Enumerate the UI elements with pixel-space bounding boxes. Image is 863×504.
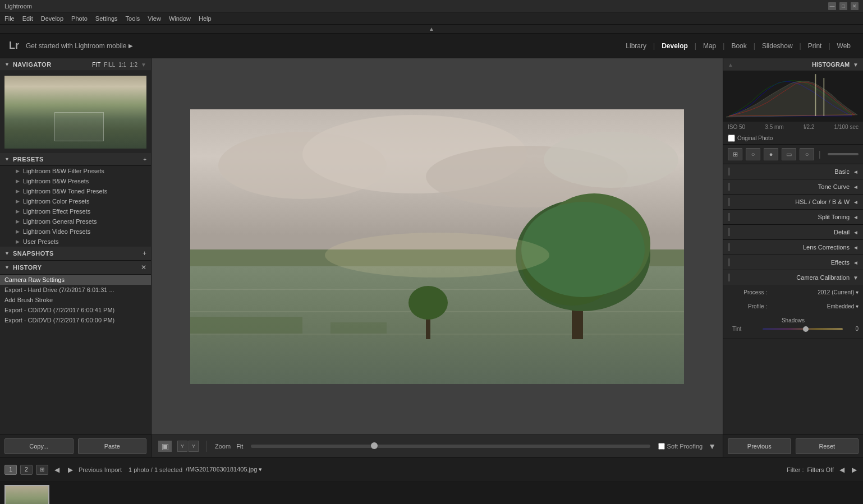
- minimize-button[interactable]: —: [828, 2, 836, 10]
- zoom-value[interactable]: Fit: [236, 443, 243, 450]
- menu-edit[interactable]: Edit: [22, 15, 33, 22]
- paste-button[interactable]: Paste: [78, 438, 147, 454]
- close-button[interactable]: ✕: [851, 2, 859, 10]
- nav-map[interactable]: Map: [700, 41, 719, 51]
- nav-print[interactable]: Print: [805, 41, 825, 51]
- history-item-camera-raw[interactable]: Camera Raw Settings: [0, 275, 151, 285]
- lens-corrections-header[interactable]: Lens Corrections ◄: [723, 240, 863, 255]
- filmstrip-page1[interactable]: 1: [4, 465, 17, 475]
- split-toning-header[interactable]: Split Toning ◄: [723, 210, 863, 224]
- nav-library[interactable]: Library: [622, 41, 650, 51]
- top-collapse-panel[interactable]: ▲: [0, 25, 863, 34]
- vm-circle2[interactable]: ○: [800, 148, 814, 160]
- filmstrip-prev-button[interactable]: ◀: [52, 465, 62, 475]
- history-item-export-hd[interactable]: Export - Hard Drive (7/2/2017 6:01:31 ..…: [0, 285, 151, 295]
- snapshots-panel-header[interactable]: ▼ Snapshots +: [0, 247, 151, 261]
- navigator-1to1[interactable]: 1:1: [118, 62, 126, 68]
- preset-general[interactable]: ▶ Lightroom General Presets: [0, 216, 151, 226]
- process-value[interactable]: 2012 (Current) ▾: [772, 289, 859, 295]
- filmstrip-thumb-1[interactable]: [4, 485, 49, 505]
- snapshots-add[interactable]: +: [143, 249, 146, 257]
- view-yy1[interactable]: Y: [177, 441, 187, 452]
- filmstrip-page2[interactable]: 2: [20, 465, 33, 475]
- previous-button[interactable]: Previous: [728, 438, 791, 454]
- original-photo-checkbox[interactable]: [728, 135, 735, 142]
- navigator-fill[interactable]: FILL: [104, 62, 115, 68]
- cal-spacer: [728, 299, 859, 303]
- vm-rect[interactable]: ▭: [782, 148, 796, 160]
- nav-web[interactable]: Web: [834, 41, 854, 51]
- navigator-fit[interactable]: FIT: [92, 62, 100, 68]
- titlebar: Lightroom — □ ✕: [0, 0, 863, 12]
- profile-dropdown[interactable]: ▾: [856, 303, 859, 309]
- filter-left-button[interactable]: ◀: [837, 465, 846, 474]
- profile-value[interactable]: Embedded ▾: [772, 303, 859, 309]
- history-item-export-cd2[interactable]: Export - CD/DVD (7/2/2017 6:00:00 PM): [0, 315, 151, 325]
- vm-grid[interactable]: ⊞: [728, 148, 742, 160]
- navigator-panel-header[interactable]: ▼ Navigator FIT FILL 1:1 1:2 ▼: [0, 58, 151, 71]
- view-yy2[interactable]: Y: [189, 441, 199, 452]
- nav-develop[interactable]: Develop: [658, 41, 691, 51]
- tint-slider-thumb[interactable]: [803, 326, 809, 332]
- maximize-button[interactable]: □: [839, 2, 847, 10]
- menu-develop[interactable]: Develop: [41, 15, 63, 22]
- preset-bw-toned[interactable]: ▶ Lightroom B&W Toned Presets: [0, 186, 151, 196]
- nav-book[interactable]: Book: [728, 41, 750, 51]
- preset-effect[interactable]: ▶ Lightroom Effect Presets: [0, 206, 151, 216]
- presets-panel-header[interactable]: ▼ Presets +: [0, 153, 151, 166]
- navigator-1to2[interactable]: 1:2: [130, 62, 137, 68]
- vm-exposure-slider[interactable]: [828, 153, 859, 155]
- preset-bw-filter[interactable]: ▶ Lightroom B&W Filter Presets: [0, 166, 151, 176]
- menu-photo[interactable]: Photo: [71, 15, 88, 22]
- nav-slideshow[interactable]: Slideshow: [759, 41, 796, 51]
- filter-right-button[interactable]: ▶: [850, 465, 859, 474]
- zoom-slider[interactable]: [251, 445, 650, 448]
- history-close[interactable]: ✕: [141, 263, 146, 271]
- filmstrip-grid-button[interactable]: ⊞: [36, 465, 48, 475]
- reset-button[interactable]: Reset: [796, 438, 859, 454]
- copy-button[interactable]: Copy...: [4, 438, 74, 454]
- histogram-chevron[interactable]: ▼: [853, 62, 859, 68]
- tint-slider[interactable]: [763, 328, 843, 330]
- menu-view[interactable]: View: [148, 15, 161, 22]
- history-panel-header[interactable]: ▼ History ✕: [0, 261, 151, 275]
- detail-header[interactable]: Detail ◄: [723, 225, 863, 239]
- filter-label: Filter :: [787, 466, 804, 473]
- filmstrip-next-button[interactable]: ▶: [65, 465, 75, 475]
- view-loupe-button[interactable]: ▣: [158, 441, 172, 452]
- filter-value[interactable]: Filters Off: [807, 466, 834, 473]
- photo-container[interactable]: [190, 109, 684, 384]
- toolbar-expand-button[interactable]: ▼: [708, 442, 716, 451]
- tint-label: Tint: [732, 326, 760, 332]
- menu-window[interactable]: Window: [169, 15, 191, 22]
- svg-point-19: [325, 233, 549, 278]
- history-item-brush[interactable]: Add Brush Stroke: [0, 295, 151, 305]
- get-started-link[interactable]: Get started with Lightroom mobile ▶: [26, 42, 133, 50]
- effects-header[interactable]: Effects ◄: [723, 255, 863, 270]
- preset-video[interactable]: ▶ Lightroom Video Presets: [0, 226, 151, 237]
- history-item-export-cd1[interactable]: Export - CD/DVD (7/2/2017 6:00:41 PM): [0, 305, 151, 315]
- soft-proofing-checkbox[interactable]: [658, 443, 665, 450]
- zoom-slider-thumb[interactable]: [371, 442, 378, 449]
- split-toning-section: Split Toning ◄: [723, 210, 863, 225]
- hsl-header[interactable]: HSL / Color / B & W ◄: [723, 195, 863, 209]
- filename-dropdown[interactable]: ▾: [259, 466, 262, 473]
- vm-circle-empty[interactable]: ○: [746, 148, 760, 160]
- vm-circle-fill[interactable]: ●: [764, 148, 778, 160]
- menu-tools[interactable]: Tools: [126, 15, 140, 22]
- basic-header[interactable]: Basic ◄: [723, 164, 863, 179]
- menu-help[interactable]: Help: [199, 15, 212, 22]
- preset-color[interactable]: ▶ Lightroom Color Presets: [0, 196, 151, 206]
- histogram-arrow-left[interactable]: ▲: [728, 62, 733, 68]
- tone-curve-header[interactable]: Tone Curve ◄: [723, 179, 863, 194]
- camera-calibration-header[interactable]: Camera Calibration ▼: [723, 270, 863, 285]
- menu-settings[interactable]: Settings: [95, 15, 118, 22]
- histogram-header[interactable]: ▲ Histogram ▼: [723, 58, 863, 71]
- preset-user[interactable]: ▶ User Presets: [0, 237, 151, 247]
- navigator-preview-box[interactable]: [4, 76, 146, 149]
- lens-corrections-indicator: [728, 243, 730, 251]
- process-dropdown[interactable]: ▾: [856, 289, 859, 295]
- preset-bw[interactable]: ▶ Lightroom B&W Presets: [0, 176, 151, 186]
- menu-file[interactable]: File: [4, 15, 15, 22]
- presets-add[interactable]: +: [143, 156, 146, 163]
